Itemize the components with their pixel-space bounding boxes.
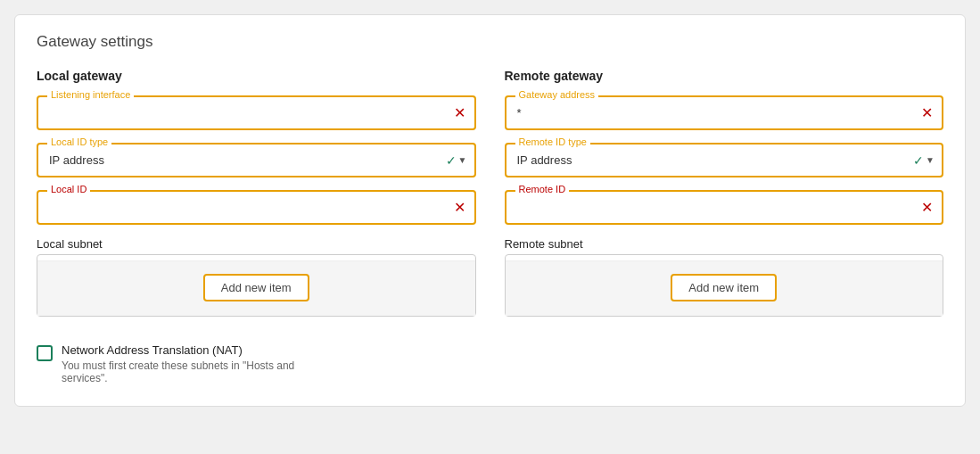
nat-hint: You must first create these subnets in "… bbox=[62, 359, 311, 384]
local-id-group: Local ID ✕ bbox=[37, 190, 476, 225]
listening-interface-clear-icon[interactable]: ✕ bbox=[454, 106, 465, 120]
listening-interface-label: Listening interface bbox=[47, 89, 134, 100]
gateway-address-input[interactable] bbox=[506, 97, 943, 128]
local-id-input[interactable] bbox=[38, 192, 474, 223]
local-id-input-wrapper: ✕ bbox=[38, 192, 474, 223]
listening-interface-select[interactable] bbox=[38, 97, 474, 128]
remote-id-type-group: Remote ID type IP address FQDN Email ✓ ▼ bbox=[505, 143, 944, 177]
local-subnet-group: Local subnet Add new item bbox=[37, 237, 476, 317]
gateway-address-label: Gateway address bbox=[515, 89, 599, 100]
remote-id-clear-icon[interactable]: ✕ bbox=[921, 201, 933, 215]
gateway-address-input-wrapper: ✕ bbox=[506, 97, 943, 128]
remote-id-type-select[interactable]: IP address FQDN Email bbox=[506, 144, 943, 176]
remote-id-input-wrapper: ✕ bbox=[506, 192, 943, 223]
remote-id-group: Remote ID ✕ bbox=[505, 190, 944, 225]
listening-interface-wrapper: Listening interface ✕ bbox=[37, 95, 476, 130]
remote-gateway-section: Remote gateway Gateway address ✕ Remote … bbox=[505, 69, 944, 329]
local-id-clear-icon[interactable]: ✕ bbox=[454, 201, 465, 215]
remote-subnet-btn-row: Add new item bbox=[506, 260, 943, 316]
gateway-address-wrapper: Gateway address ✕ bbox=[505, 95, 944, 130]
remote-gateway-label: Remote gateway bbox=[505, 69, 944, 83]
listening-interface-select-wrapper: ✕ bbox=[38, 97, 474, 128]
local-id-type-wrapper: Local ID type IP address FQDN Email ✓ ▼ bbox=[37, 143, 476, 177]
remote-subnet-group: Remote subnet Add new item bbox=[505, 237, 944, 317]
local-id-type-select-wrapper: IP address FQDN Email ✓ ▼ bbox=[38, 144, 474, 176]
remote-add-new-item-button[interactable]: Add new item bbox=[671, 274, 777, 301]
local-gateway-label: Local gateway bbox=[37, 69, 476, 83]
local-id-type-label: Local ID type bbox=[47, 136, 111, 147]
local-id-label: Local ID bbox=[47, 184, 90, 194]
local-subnet-label: Local subnet bbox=[37, 237, 476, 251]
gateway-address-clear-icon[interactable]: ✕ bbox=[921, 106, 933, 120]
remote-subnet-label: Remote subnet bbox=[505, 237, 944, 251]
local-subnet-btn-row: Add new item bbox=[37, 260, 475, 316]
page-title: Gateway settings bbox=[37, 33, 943, 51]
local-add-new-item-button[interactable]: Add new item bbox=[203, 274, 309, 301]
remote-id-label: Remote ID bbox=[515, 184, 570, 194]
nat-checkbox[interactable] bbox=[37, 345, 53, 361]
remote-id-type-label: Remote ID type bbox=[515, 136, 590, 147]
nat-label: Network Address Translation (NAT) bbox=[62, 343, 311, 357]
remote-id-wrapper: Remote ID ✕ bbox=[505, 190, 944, 225]
local-id-type-group: Local ID type IP address FQDN Email ✓ ▼ bbox=[37, 143, 476, 177]
remote-id-type-wrapper: Remote ID type IP address FQDN Email ✓ ▼ bbox=[505, 143, 944, 177]
nat-text-block: Network Address Translation (NAT) You mu… bbox=[62, 343, 311, 384]
local-subnet-box: Add new item bbox=[37, 254, 476, 317]
local-id-wrapper: Local ID ✕ bbox=[37, 190, 476, 225]
gateway-settings-card: Gateway settings Local gateway Listening… bbox=[14, 14, 966, 407]
listening-interface-group: Listening interface ✕ bbox=[37, 95, 476, 130]
gateway-grid: Local gateway Listening interface ✕ Loca… bbox=[37, 69, 943, 329]
nat-row: Network Address Translation (NAT) You mu… bbox=[37, 343, 943, 384]
local-gateway-section: Local gateway Listening interface ✕ Loca… bbox=[37, 69, 476, 329]
remote-id-input[interactable] bbox=[506, 192, 943, 223]
remote-subnet-box: Add new item bbox=[505, 254, 944, 317]
remote-id-type-select-wrapper: IP address FQDN Email ✓ ▼ bbox=[506, 144, 943, 176]
gateway-address-group: Gateway address ✕ bbox=[505, 95, 944, 130]
local-id-type-select[interactable]: IP address FQDN Email bbox=[38, 144, 474, 176]
